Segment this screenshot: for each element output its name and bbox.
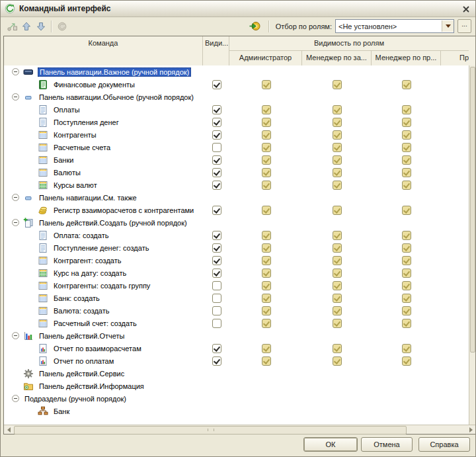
visibility-checkbox[interactable]	[212, 306, 221, 315]
role-checkbox-1[interactable]	[333, 344, 342, 353]
role-checkbox-0[interactable]	[262, 269, 271, 278]
collapse-icon[interactable]	[12, 395, 19, 402]
role-checkbox-0[interactable]	[262, 319, 271, 328]
role-checkbox-1[interactable]	[333, 118, 342, 127]
tree-row[interactable]: Банк	[4, 405, 469, 417]
role-filter-more-button[interactable]: ...	[457, 19, 471, 33]
visibility-checkbox[interactable]	[212, 319, 221, 328]
collapse-icon[interactable]	[12, 332, 19, 339]
horizontal-scrollbar[interactable]	[4, 425, 475, 434]
role-checkbox-2[interactable]	[402, 80, 411, 89]
collapse-icon[interactable]	[12, 68, 19, 75]
visibility-checkbox[interactable]	[212, 181, 221, 190]
move-down-icon[interactable]	[34, 19, 48, 34]
column-header-role-manager-purchases[interactable]: Менеджер по пр...	[372, 51, 441, 65]
role-checkbox-0[interactable]	[262, 344, 271, 353]
visibility-checkbox[interactable]	[212, 118, 221, 127]
role-checkbox-0[interactable]	[262, 231, 271, 240]
column-header-role-clipped[interactable]: Про...	[441, 51, 469, 65]
tree-row[interactable]: Курс на дату: создать	[4, 267, 469, 279]
role-checkbox-0[interactable]	[262, 306, 271, 315]
visibility-checkbox[interactable]	[212, 80, 221, 89]
role-checkbox-1[interactable]	[333, 231, 342, 240]
visibility-checkbox[interactable]	[212, 269, 221, 278]
tree-row[interactable]: Расчетный счет: создать	[4, 317, 469, 329]
role-checkbox-1[interactable]	[333, 155, 342, 165]
tree-row[interactable]: Панель навигации.Важное (ручной порядок)	[4, 65, 469, 78]
role-checkbox-0[interactable]	[262, 243, 271, 253]
tree-row[interactable]: Подразделы (ручной порядок)	[4, 392, 469, 405]
tree-row[interactable]: Отчет по взаиморасчетам	[4, 342, 469, 354]
role-checkbox-2[interactable]	[402, 269, 411, 278]
role-checkbox-2[interactable]	[402, 105, 411, 114]
role-checkbox-2[interactable]	[402, 344, 411, 353]
role-checkbox-0[interactable]	[262, 356, 271, 366]
tree-row[interactable]: Банки	[4, 153, 469, 166]
role-checkbox-0[interactable]	[262, 105, 271, 114]
column-header-visibility[interactable]: Види...	[203, 36, 229, 65]
role-checkbox-0[interactable]	[262, 294, 271, 303]
role-checkbox-2[interactable]	[402, 281, 411, 290]
tree-row[interactable]: Регистр взаиморасчетов с контрагентами	[4, 204, 469, 216]
role-checkbox-1[interactable]	[333, 356, 342, 366]
vertical-scrollbar-thumb[interactable]	[470, 67, 475, 353]
role-checkbox-0[interactable]	[262, 206, 271, 215]
role-checkbox-0[interactable]	[262, 256, 271, 265]
tree-row[interactable]: Контрагенты: создать группу	[4, 279, 469, 292]
role-checkbox-1[interactable]	[333, 168, 342, 177]
role-checkbox-1[interactable]	[333, 319, 342, 328]
role-checkbox-0[interactable]	[262, 143, 271, 152]
role-checkbox-2[interactable]	[402, 181, 411, 190]
role-checkbox-2[interactable]	[402, 143, 411, 152]
tree-row[interactable]: Панель действий.Отчеты	[4, 329, 469, 342]
tree-row[interactable]: Финансовые документы	[4, 78, 469, 91]
role-checkbox-2[interactable]	[402, 256, 411, 265]
role-checkbox-2[interactable]	[402, 319, 411, 328]
role-checkbox-1[interactable]	[333, 143, 342, 152]
role-checkbox-0[interactable]	[262, 168, 271, 177]
close-icon[interactable]	[461, 4, 471, 14]
visibility-checkbox[interactable]	[212, 356, 221, 366]
tree-row[interactable]: Оплата: создать	[4, 229, 469, 241]
visibility-checkbox[interactable]	[212, 143, 221, 152]
column-header-role-manager-sales[interactable]: Менеджер по за...	[302, 51, 372, 65]
ok-button[interactable]: ОК	[303, 437, 358, 452]
role-checkbox-2[interactable]	[402, 231, 411, 240]
role-checkbox-2[interactable]	[402, 356, 411, 366]
visibility-checkbox[interactable]	[212, 243, 221, 253]
visibility-checkbox[interactable]	[212, 256, 221, 265]
tree-row[interactable]: Панель действий.Сервис	[4, 367, 469, 380]
tree-row[interactable]: Курсы валют	[4, 179, 469, 191]
role-checkbox-2[interactable]	[402, 118, 411, 127]
role-checkbox-2[interactable]	[402, 206, 411, 215]
role-checkbox-1[interactable]	[333, 105, 342, 114]
visibility-checkbox[interactable]	[212, 294, 221, 303]
visibility-checkbox[interactable]	[212, 130, 221, 140]
role-checkbox-1[interactable]	[333, 206, 342, 215]
role-checkbox-1[interactable]	[333, 181, 342, 190]
role-checkbox-1[interactable]	[333, 243, 342, 253]
collapse-icon[interactable]	[12, 194, 19, 201]
scroll-left-icon[interactable]	[4, 425, 13, 434]
chevron-down-icon[interactable]	[442, 21, 454, 32]
visibility-checkbox[interactable]	[212, 231, 221, 240]
collapse-icon[interactable]	[12, 219, 19, 226]
cancel-button[interactable]: Отмена	[361, 437, 413, 452]
visibility-checkbox[interactable]	[212, 168, 221, 177]
tree-row[interactable]: Поступления денег	[4, 116, 469, 128]
role-filter-combobox[interactable]: <Не установлен>	[335, 19, 454, 33]
role-checkbox-2[interactable]	[402, 155, 411, 165]
role-checkbox-0[interactable]	[262, 155, 271, 165]
role-checkbox-1[interactable]	[333, 130, 342, 140]
tree-row[interactable]: Валюта: создать	[4, 304, 469, 317]
role-checkbox-1[interactable]	[333, 80, 342, 89]
tree-row[interactable]: Панель навигации.См. также	[4, 191, 469, 204]
column-header-command[interactable]: Команда	[4, 36, 203, 65]
collapse-icon[interactable]	[12, 93, 19, 101]
tree-row[interactable]: Панель действий.Информация	[4, 380, 469, 392]
role-checkbox-0[interactable]	[262, 130, 271, 140]
role-checkbox-0[interactable]	[262, 80, 271, 89]
visibility-checkbox[interactable]	[212, 281, 221, 290]
role-checkbox-1[interactable]	[333, 256, 342, 265]
scroll-right-icon[interactable]	[466, 425, 475, 434]
